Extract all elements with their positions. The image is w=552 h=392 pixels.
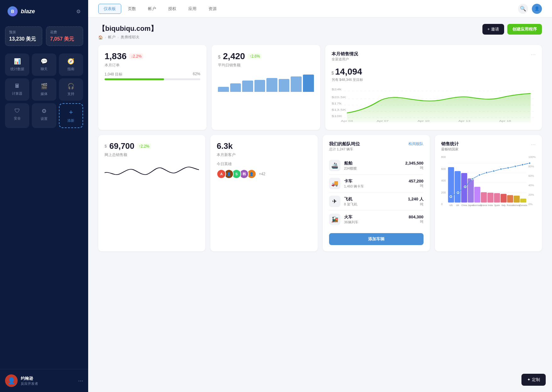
fleet-item-amount: 804,300 bbox=[409, 215, 424, 219]
expenses-card: 花费 7,057 美元 bbox=[46, 26, 83, 46]
fleet-item-unit: 吨 bbox=[408, 202, 424, 207]
media-icon: 🎬 bbox=[41, 83, 48, 90]
settings-icon[interactable]: ⚙ bbox=[76, 8, 81, 14]
sidebar-item-chat[interactable]: 💬 聊天 bbox=[32, 53, 56, 76]
fleet-item-value: 2,345,500 吨 bbox=[405, 161, 424, 170]
svg-point-43 bbox=[528, 162, 530, 164]
monthly-sales-amount: 14,094 bbox=[335, 67, 362, 77]
tab-资源[interactable]: 资源 bbox=[203, 4, 222, 14]
expenses-value: 7,057 美元 bbox=[50, 36, 79, 42]
daily-sales-label: 平均日销售额 bbox=[218, 63, 314, 68]
search-button[interactable]: 🔍 bbox=[518, 4, 528, 14]
orders-change: ↓2.2% bbox=[129, 53, 143, 59]
sidebar-item-stats[interactable]: 📊 统计数据 bbox=[5, 53, 29, 76]
sidebar: B blaze ⚙ 预算 13,230 美元 花费 7,057 美元 📊 统计数… bbox=[0, 0, 88, 392]
search-icon: 🔍 bbox=[520, 6, 526, 12]
svg-point-41 bbox=[514, 165, 516, 167]
fleet-link[interactable]: 检阅舰队 bbox=[408, 141, 424, 147]
sidebar-item-chat-label: 聊天 bbox=[41, 67, 48, 71]
svg-rect-30 bbox=[514, 196, 520, 203]
fleet-header: 我们的船队吨位 总计 1,247 辆车 检阅舰队 bbox=[329, 141, 424, 152]
chart-area: USUKChinaJapanGermanyFranceIndiaSpainIta… bbox=[448, 155, 526, 216]
user-details: 约翰逊 反应开发者 bbox=[21, 376, 38, 386]
sidebar-item-media[interactable]: 🎬 媒体 bbox=[32, 78, 56, 101]
svg-text:$20.5K: $20.5K bbox=[332, 96, 346, 99]
hero-title: 今日英雄 bbox=[217, 161, 311, 167]
sidebar-item-calc[interactable]: 🖩 计算器 bbox=[5, 78, 29, 101]
pct-80: 80% bbox=[528, 165, 536, 168]
sidebar-item-add[interactable]: + 添新 bbox=[59, 103, 83, 128]
svg-text:Russia: Russia bbox=[507, 204, 514, 206]
customize-button[interactable]: ✦ 定制 bbox=[521, 374, 546, 386]
breadcrumb-current: 奥弗维耶夫 bbox=[121, 35, 139, 40]
sidebar-item-guide[interactable]: 🧭 指南 bbox=[59, 53, 83, 76]
sidebar-footer: 👤 约翰逊 反应开发者 ⋯ bbox=[0, 369, 88, 392]
invite-button[interactable]: + 邀请 bbox=[482, 24, 504, 35]
fleet-item-icon: 🚚 bbox=[329, 178, 340, 189]
fleet-item-name: 火车 bbox=[344, 214, 405, 220]
svg-text:France: France bbox=[481, 204, 487, 206]
budget-card: 预算 13,230 美元 bbox=[5, 26, 42, 46]
tab-页数[interactable]: 页数 bbox=[122, 4, 141, 14]
fleet-item-unit: 吨 bbox=[409, 219, 424, 224]
svg-text:$17k: $17k bbox=[332, 102, 342, 105]
orders-header: 1,836 ↓2.2% bbox=[105, 51, 200, 61]
user-avatar-small[interactable]: 👤 bbox=[532, 4, 542, 14]
bar-mini-1 bbox=[230, 83, 241, 92]
progress-fill bbox=[105, 78, 164, 80]
sidebar-item-media-label: 媒体 bbox=[41, 92, 48, 96]
monthly-sales-chart: $24k $20.5K $17k $13.5K $10K Apr 04 Apr … bbox=[332, 85, 536, 122]
top-nav-actions: 🔍 👤 bbox=[518, 4, 542, 14]
orders-card: 1,836 ↓2.2% 本月订单 1,048 目标 62% bbox=[98, 45, 207, 130]
fleet-items-list: 🚢 船舶 234艘艘 2,345,500 吨 🚚 卡车 1,460 辆卡车 45… bbox=[329, 157, 424, 228]
sidebar-item-support[interactable]: 🎧 支持 bbox=[59, 78, 83, 101]
user-name: 约翰逊 bbox=[21, 376, 38, 381]
svg-text:UK: UK bbox=[456, 204, 459, 206]
fleet-item-count: 36辆列车 bbox=[344, 220, 405, 225]
svg-rect-27 bbox=[494, 193, 500, 203]
sidebar-item-settings[interactable]: ⚙ 设置 bbox=[32, 103, 56, 128]
fleet-item-amount: 2,345,500 bbox=[405, 161, 424, 165]
bar-mini-2 bbox=[242, 81, 253, 92]
calc-icon: 🖩 bbox=[14, 83, 20, 89]
svg-rect-21 bbox=[454, 171, 460, 203]
tab-仪表板[interactable]: 仪表板 bbox=[98, 4, 121, 14]
page-title-area: 【biqubiqu.com】 🏠 › 帐户 › 奥弗维耶夫 bbox=[98, 24, 157, 40]
daily-sales-header: $ 2,420 ↑2.6% bbox=[218, 51, 314, 61]
tab-授权[interactable]: 授权 bbox=[163, 4, 182, 14]
fleet-item-count: 8 架飞机 bbox=[344, 202, 404, 207]
create-app-button[interactable]: 创建应用程序 bbox=[507, 24, 542, 35]
bar-mini-4 bbox=[266, 78, 277, 92]
add-vehicle-button[interactable]: 添加车辆 bbox=[329, 233, 424, 245]
card-menu-icon[interactable]: ··· bbox=[531, 51, 536, 58]
sidebar-item-security[interactable]: 🛡 安全 bbox=[5, 103, 29, 128]
sales-svg-chart: USUKChinaJapanGermanyFranceIndiaSpainIta… bbox=[448, 155, 526, 215]
top-nav: 仪表板页数帐户授权应用资源 🔍 👤 bbox=[88, 0, 552, 18]
fleet-item-info: 卡车 1,460 辆卡车 bbox=[344, 178, 405, 189]
breadcrumb-accounts: 帐户 bbox=[108, 35, 116, 40]
target-pct: 62% bbox=[193, 72, 200, 77]
bar-chart-mini bbox=[218, 73, 314, 92]
fleet-item-1: 🚚 卡车 1,460 辆卡车 457,200 吨 bbox=[329, 175, 424, 193]
svg-point-36 bbox=[478, 174, 480, 176]
pct-60: 60% bbox=[528, 174, 536, 177]
total-sales-label: 网上总销售额 bbox=[105, 152, 199, 158]
svg-point-40 bbox=[507, 167, 509, 169]
svg-point-32 bbox=[450, 196, 452, 198]
y-label-600: 600 bbox=[441, 167, 446, 171]
sales-stats-menu[interactable]: ··· bbox=[531, 141, 536, 148]
chat-icon: 💬 bbox=[41, 58, 48, 65]
orders-value: 1,836 bbox=[105, 51, 127, 61]
tab-帐户[interactable]: 帐户 bbox=[143, 4, 162, 14]
gear-icon: ⚙ bbox=[42, 108, 47, 115]
fleet-item-info: 火车 36辆列车 bbox=[344, 214, 405, 225]
fleet-item-icon: 🚂 bbox=[329, 214, 340, 225]
total-sales-header: $ 69,700 ↑2.2% bbox=[105, 141, 199, 151]
monthly-sales-card: 本月销售情况 全渠道用户 ··· $ 14,094 另有 $48,346 至目标 bbox=[325, 45, 542, 130]
sidebar-item-security-label: 安全 bbox=[14, 116, 21, 121]
new-customers-label: 本月新客户 bbox=[217, 152, 311, 158]
tab-应用[interactable]: 应用 bbox=[183, 4, 202, 14]
fleet-card: 我们的船队吨位 总计 1,247 辆车 检阅舰队 🚢 船舶 234艘艘 2,34… bbox=[323, 135, 430, 251]
user-menu-icon[interactable]: ⋯ bbox=[78, 378, 83, 384]
svg-point-34 bbox=[464, 186, 466, 188]
